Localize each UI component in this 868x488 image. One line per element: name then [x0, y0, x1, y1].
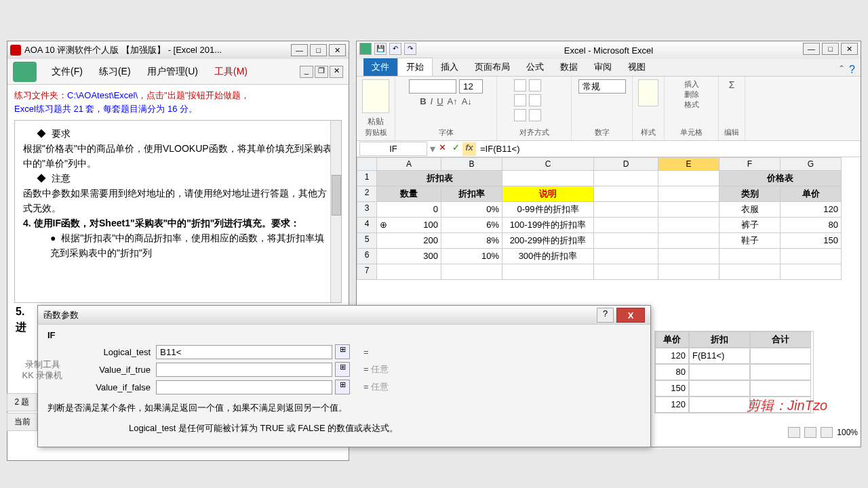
qat-save-icon[interactable]: 💾 [374, 43, 387, 55]
cell-E3[interactable] [658, 202, 719, 218]
cells-insert[interactable]: 插入 [684, 79, 699, 89]
zoom-level[interactable]: 100% [837, 428, 858, 437]
cell-D3[interactable] [594, 202, 658, 218]
col-E[interactable]: E [658, 157, 719, 171]
cell-A6[interactable]: 300 [377, 249, 441, 264]
lp-r1c3[interactable] [750, 348, 811, 364]
menu-user[interactable]: 用户管理(U) [139, 63, 206, 81]
view-break-icon[interactable] [821, 427, 833, 438]
row-5[interactable]: 5 [357, 233, 377, 249]
cell-G7[interactable] [781, 264, 842, 280]
cell-F7[interactable] [719, 264, 781, 280]
col-G[interactable]: G [781, 157, 842, 171]
align-bot-icon[interactable] [514, 94, 526, 106]
aoa-close-button[interactable]: ✕ [329, 44, 346, 56]
bold-button[interactable]: B [420, 96, 426, 106]
cell-C2[interactable]: 说明 [502, 186, 594, 202]
cell-E6[interactable] [658, 249, 719, 264]
cell-A3[interactable]: 0 [377, 202, 441, 218]
tab-review[interactable]: 审阅 [586, 58, 620, 76]
row-3[interactable]: 3 [357, 202, 377, 218]
cell-A2[interactable]: 数量 [377, 186, 441, 202]
select-all-corner[interactable] [357, 157, 377, 171]
cell-B7[interactable] [441, 264, 502, 280]
lp-r4c2[interactable] [689, 396, 750, 413]
formula-input[interactable] [476, 142, 861, 155]
italic-button[interactable]: I [431, 96, 433, 106]
tab-layout[interactable]: 页面布局 [467, 58, 518, 76]
name-box[interactable]: IF [359, 142, 427, 156]
tab-home[interactable]: 开始 [397, 58, 433, 76]
dialog-titlebar[interactable]: 函数参数 ? X [38, 306, 650, 325]
align-center-icon[interactable] [514, 109, 526, 121]
row-2[interactable]: 2 [357, 186, 377, 202]
number-format-select[interactable] [578, 79, 626, 94]
underline-button[interactable]: U [437, 96, 443, 106]
tab-formula[interactable]: 公式 [518, 58, 552, 76]
lp-r1c1[interactable]: 120 [655, 348, 689, 364]
cell-F4[interactable]: 裤子 [719, 218, 781, 233]
lp-r4c1[interactable]: 120 [655, 396, 689, 413]
qat-redo-icon[interactable]: ↷ [404, 43, 416, 55]
cell-E4[interactable] [658, 218, 719, 233]
cell-B3[interactable]: 0% [441, 202, 502, 218]
cell-F3[interactable]: 衣服 [719, 202, 781, 218]
col-F[interactable]: F [719, 157, 781, 171]
aoa-scroll-thumb[interactable] [332, 175, 341, 216]
cell-D7[interactable] [594, 264, 658, 280]
cell-B2[interactable]: 折扣率 [441, 186, 502, 202]
cell-D1[interactable] [594, 171, 658, 186]
cell-E7[interactable] [658, 264, 719, 280]
cell-G5[interactable]: 150 [781, 233, 842, 249]
cell-E1[interactable] [658, 171, 719, 186]
cell-A1[interactable]: 折扣表 [377, 171, 502, 186]
side-tab-2[interactable]: 2 题 [7, 393, 37, 411]
lp-r2c3[interactable] [750, 364, 811, 380]
cell-F1[interactable]: 价格表 [719, 171, 842, 186]
lp-r3c2[interactable] [689, 380, 750, 396]
view-normal-icon[interactable] [788, 427, 800, 438]
input-value-false[interactable] [156, 380, 332, 394]
dialog-close-button[interactable]: X [616, 308, 645, 323]
side-tab-current[interactable]: 当前 [7, 413, 37, 431]
row-7[interactable]: 7 [357, 264, 377, 280]
cell-C3[interactable]: 0-99件的折扣率 [502, 202, 594, 218]
refedit-value-false[interactable]: ⊞ [335, 380, 350, 394]
cell-D6[interactable] [594, 249, 658, 264]
lp-r3c1[interactable]: 150 [655, 380, 689, 396]
cell-G2[interactable]: 单价 [781, 186, 842, 202]
cell-B4[interactable]: 6% [441, 218, 502, 233]
aoa-child-minimize[interactable]: _ [300, 66, 313, 78]
lp-r3c3[interactable] [750, 380, 811, 396]
aoa-question-body[interactable]: ◆ 要求 根据"价格表"中的商品单价，使用VLOOKUP函数，将其单价填充到采购… [14, 120, 342, 303]
col-D[interactable]: D [594, 157, 658, 171]
refedit-value-true[interactable]: ⊞ [335, 362, 350, 377]
cell-C5[interactable]: 200-299件的折扣率 [502, 233, 594, 249]
cell-E2[interactable] [658, 186, 719, 202]
spreadsheet-grid[interactable]: A B C D E F G 1 折扣表 价格表 2 数量 折扣率 说明 类别 单… [357, 157, 861, 280]
cell-C4[interactable]: 100-199件的折扣率 [502, 218, 594, 233]
tab-insert[interactable]: 插入 [433, 58, 467, 76]
cell-F6[interactable] [719, 249, 781, 264]
refedit-logical-test[interactable]: ⊞ [335, 344, 350, 359]
font-family-select[interactable] [409, 79, 456, 94]
excel-close-button[interactable]: ✕ [841, 43, 858, 55]
row-4[interactable]: 4 [357, 218, 377, 233]
cell-A7[interactable] [377, 264, 441, 280]
cells-delete[interactable]: 删除 [684, 89, 699, 100]
paste-button[interactable] [362, 79, 389, 113]
lp-h2[interactable]: 折扣 [689, 331, 750, 348]
menu-practice[interactable]: 练习(E) [91, 63, 139, 81]
cell-B6[interactable]: 10% [441, 249, 502, 264]
lp-r1c2[interactable]: F(B11<) [689, 348, 750, 364]
menu-file[interactable]: 文件(F) [43, 63, 91, 81]
align-top-icon[interactable] [514, 79, 526, 92]
input-value-true[interactable] [156, 363, 332, 377]
aoa-titlebar[interactable]: AOA 10 评测软件个人版 【加强版】 - [Excel 201... — □… [7, 41, 349, 59]
cell-G6[interactable] [781, 249, 842, 264]
cell-D2[interactable] [594, 186, 658, 202]
aoa-child-restore[interactable]: ❐ [315, 66, 328, 78]
col-B[interactable]: B [441, 157, 502, 171]
cell-D5[interactable] [594, 233, 658, 249]
row-6[interactable]: 6 [357, 249, 377, 264]
